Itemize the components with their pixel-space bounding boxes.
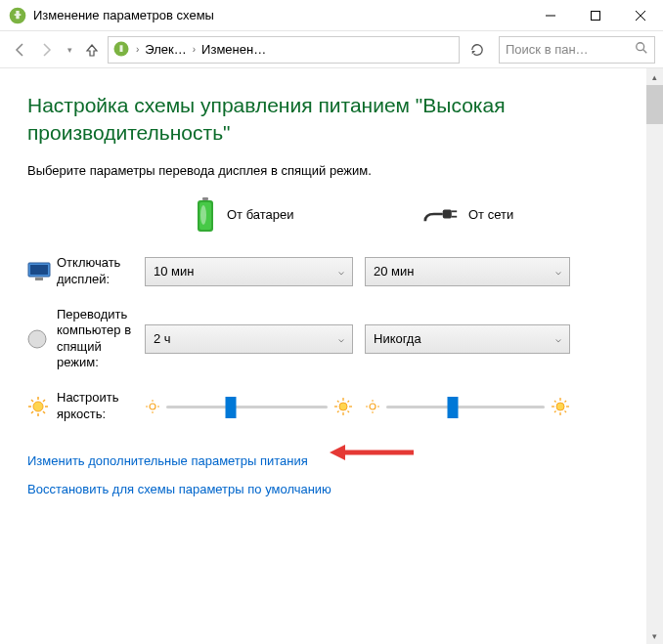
svg-line-41	[348, 401, 350, 403]
annotation-arrow-icon	[328, 441, 416, 467]
chevron-down-icon: ⌵	[555, 333, 561, 344]
svg-point-42	[370, 404, 376, 409]
chevron-down-icon: ⌵	[338, 333, 344, 344]
search-input[interactable]: Поиск в пан…	[499, 36, 655, 64]
titlebar: Изменение параметров схемы	[0, 0, 663, 31]
row-sleep: Переводить компьютер в спящий режим: 2 ч…	[27, 305, 627, 373]
minimize-button[interactable]	[528, 0, 573, 31]
svg-line-7	[643, 50, 647, 54]
page-subtitle: Выберите параметры перевода дисплея в сп…	[27, 163, 627, 178]
back-button[interactable]	[8, 38, 31, 62]
row-brightness: Настроить яркость:	[27, 385, 627, 428]
row-label: Отключать дисплей:	[57, 255, 145, 287]
monitor-icon	[27, 262, 51, 281]
svg-line-52	[554, 401, 556, 403]
display-off-ac-dropdown[interactable]: 20 мин ⌵	[365, 257, 570, 286]
row-label: Переводить компьютер в спящий режим:	[57, 307, 145, 370]
sun-icon	[27, 396, 49, 417]
dropdown-value: Никогда	[374, 331, 421, 346]
maximize-button[interactable]	[573, 0, 618, 31]
plug-icon	[423, 203, 459, 227]
advanced-settings-link[interactable]: Изменить дополнительные параметры питани…	[27, 453, 308, 468]
svg-rect-16	[30, 265, 48, 275]
svg-line-40	[337, 410, 339, 412]
brightness-high-icon	[333, 397, 353, 416]
chevron-down-icon: ⌵	[555, 266, 561, 277]
dropdown-value: 10 мин	[154, 264, 194, 279]
svg-line-38	[337, 401, 339, 403]
vertical-scrollbar[interactable]: ▴ ▾	[646, 68, 663, 644]
moon-icon	[27, 329, 47, 349]
brightness-low-icon	[145, 399, 160, 414]
scroll-up-button[interactable]: ▴	[646, 68, 663, 85]
chevron-right-icon[interactable]: ›	[136, 44, 139, 55]
search-icon	[635, 41, 648, 58]
svg-rect-2	[592, 11, 600, 20]
svg-point-18	[28, 330, 46, 348]
chevron-down-icon: ⌵	[338, 266, 344, 277]
breadcrumb-item[interactable]: Изменен…	[198, 42, 270, 57]
slider-thumb[interactable]	[226, 397, 237, 418]
svg-line-26	[31, 411, 33, 413]
svg-line-24	[31, 400, 33, 402]
content-area: Настройка схемы управления питанием "Выс…	[0, 68, 646, 644]
scroll-thumb[interactable]	[646, 85, 663, 124]
svg-point-33	[339, 403, 347, 410]
brightness-high-icon	[551, 397, 570, 416]
brightness-ac-slider[interactable]	[365, 395, 570, 418]
svg-point-6	[637, 43, 644, 51]
restore-defaults-link[interactable]: Восстановить для схемы параметры по умол…	[27, 482, 332, 496]
svg-point-28	[150, 404, 155, 409]
search-placeholder: Поиск в пан…	[506, 42, 635, 57]
svg-line-55	[565, 401, 567, 403]
sleep-ac-dropdown[interactable]: Никогда ⌵	[365, 324, 570, 354]
chevron-right-icon[interactable]: ›	[193, 44, 196, 55]
brightness-battery-slider[interactable]	[145, 395, 353, 418]
window-controls	[528, 0, 663, 31]
svg-line-25	[43, 411, 45, 413]
up-button[interactable]	[80, 38, 104, 62]
close-button[interactable]	[618, 0, 663, 31]
svg-line-27	[43, 400, 45, 402]
dropdown-value: 20 мин	[374, 264, 414, 279]
svg-rect-17	[35, 278, 43, 280]
svg-marker-57	[330, 445, 345, 460]
sleep-battery-dropdown[interactable]: 2 ч ⌵	[145, 324, 353, 354]
display-off-battery-dropdown[interactable]: 10 мин ⌵	[145, 257, 353, 286]
svg-line-39	[348, 410, 350, 412]
row-display-off: Отключать дисплей: 10 мин ⌵ 20 мин ⌵	[27, 250, 627, 293]
svg-line-54	[554, 410, 556, 412]
recent-locations-button[interactable]: ▾	[63, 45, 76, 55]
slider-thumb[interactable]	[448, 397, 459, 418]
forward-button[interactable]	[35, 38, 59, 62]
svg-point-19	[33, 402, 43, 411]
breadcrumb-item[interactable]: Элек…	[141, 42, 190, 57]
battery-icon	[194, 197, 217, 233]
svg-rect-8	[202, 197, 208, 200]
row-label: Настроить яркость:	[57, 390, 145, 422]
breadcrumb[interactable]: › Элек… › Изменен…	[108, 36, 460, 64]
svg-point-11	[200, 205, 206, 225]
column-label-ac: От сети	[468, 207, 513, 222]
svg-line-53	[565, 410, 567, 412]
page-title: Настройка схемы управления питанием "Выс…	[27, 92, 627, 148]
power-plan-icon	[112, 40, 132, 60]
column-headers: От батареи От сети	[27, 197, 627, 233]
dropdown-value: 2 ч	[154, 331, 171, 346]
window-title: Изменение параметров схемы	[33, 8, 528, 22]
brightness-low-icon	[365, 399, 380, 414]
refresh-button[interactable]	[465, 38, 489, 62]
svg-point-47	[556, 403, 564, 410]
column-label-battery: От батареи	[227, 207, 294, 222]
navbar: ▾ › Элек… › Изменен… Поиск в пан…	[0, 31, 663, 68]
scroll-down-button[interactable]: ▾	[646, 627, 663, 644]
svg-rect-12	[443, 209, 452, 218]
power-plan-icon	[8, 6, 27, 25]
